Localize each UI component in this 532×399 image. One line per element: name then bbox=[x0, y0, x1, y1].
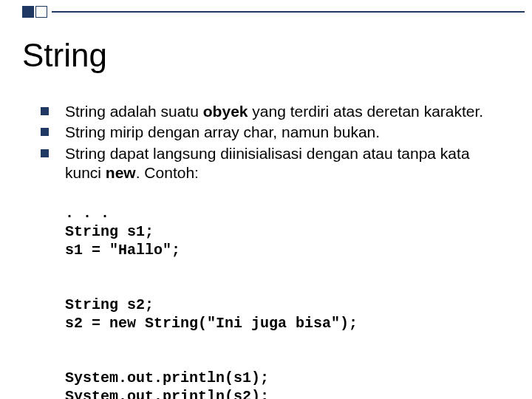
bullet-item: String dapat langsung diinisialisasi den… bbox=[41, 144, 510, 183]
code-line: System.out.println(s1); bbox=[65, 369, 269, 386]
square-icon bbox=[22, 6, 34, 18]
text: String adalah suatu bbox=[65, 103, 203, 120]
code-line: System.out.println(s2); bbox=[65, 388, 269, 399]
code-gap bbox=[41, 259, 510, 274]
bullet-icon bbox=[41, 107, 49, 115]
text: yang terdiri atas deretan karakter. bbox=[248, 103, 484, 120]
code-line: String s1; bbox=[65, 223, 154, 240]
code-line: s2 = new String("Ini juga bisa"); bbox=[65, 315, 358, 332]
bold-text: new bbox=[106, 164, 136, 181]
code-line: . . . bbox=[65, 205, 109, 222]
code-block: System.out.println(s1); System.out.print… bbox=[65, 350, 510, 399]
code-line: s1 = "Hallo"; bbox=[65, 242, 180, 259]
slide-body: String adalah suatu obyek yang terdiri a… bbox=[41, 102, 510, 399]
code-line: String s2; bbox=[65, 296, 154, 313]
square-icon bbox=[35, 6, 47, 18]
header-rule bbox=[52, 11, 525, 13]
bullet-item: String adalah suatu obyek yang terdiri a… bbox=[41, 102, 510, 121]
text: . Contoh: bbox=[136, 164, 199, 181]
bullet-text: String mirip dengan array char, namun bu… bbox=[65, 123, 380, 142]
header-decoration bbox=[22, 6, 525, 18]
bullet-icon bbox=[41, 128, 49, 136]
code-block: . . . String s1; s1 = "Hallo"; bbox=[65, 185, 510, 259]
bullet-item: String mirip dengan array char, namun bu… bbox=[41, 123, 510, 142]
slide: String String adalah suatu obyek yang te… bbox=[0, 0, 532, 399]
code-gap bbox=[41, 332, 510, 347]
slide-title: String bbox=[22, 37, 107, 74]
bold-text: obyek bbox=[203, 103, 248, 120]
code-block: String s2; s2 = new String("Ini juga bis… bbox=[65, 277, 510, 332]
bullet-icon bbox=[41, 149, 49, 157]
bullet-text: String dapat langsung diinisialisasi den… bbox=[65, 144, 510, 183]
bullet-text: String adalah suatu obyek yang terdiri a… bbox=[65, 102, 483, 121]
